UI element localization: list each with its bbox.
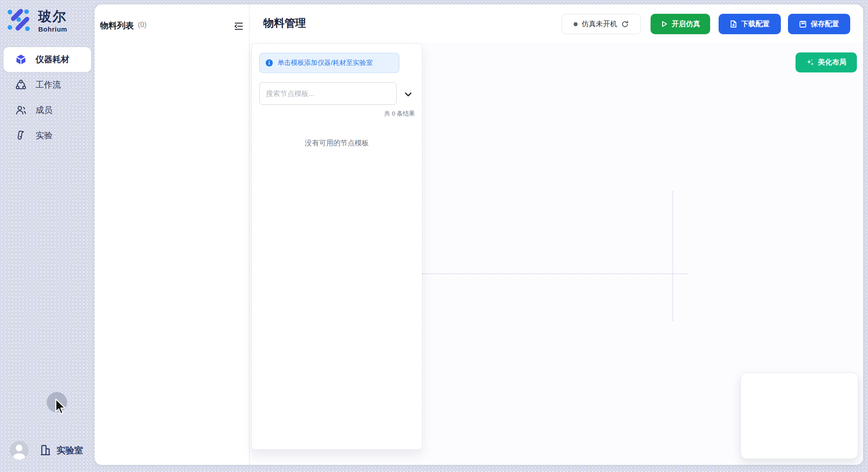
sidebar-item-experiment[interactable]: 实验 — [4, 123, 91, 148]
chevron-down-icon[interactable] — [403, 89, 413, 99]
download-config-button[interactable]: 下载配置 — [719, 14, 781, 34]
play-icon — [661, 20, 668, 28]
start-simulation-button[interactable]: 开启仿真 — [651, 14, 710, 34]
sidebar-item-label: 仪器耗材 — [36, 54, 69, 65]
members-icon — [15, 104, 27, 116]
search-input[interactable] — [259, 82, 397, 105]
lab-label: 实验室 — [56, 444, 83, 456]
sidebar-item-workflow[interactable]: 工作流 — [4, 72, 91, 97]
workflow-icon — [15, 79, 27, 91]
outdent-icon — [234, 22, 244, 31]
user-avatar[interactable] — [10, 441, 28, 460]
experiment-icon — [15, 130, 27, 141]
sim-status-pill[interactable]: 仿真未开机 — [562, 14, 641, 34]
brand-name-en: Bohrium — [38, 25, 67, 33]
node-template-panel: 单击模板添加仪器/耗材至实验室 共 0 条结果 没有可用的节点模板 — [251, 43, 422, 450]
material-list-count: (0) — [138, 21, 147, 29]
mouse-cursor — [55, 398, 66, 415]
sidebar-item-instruments[interactable]: 仪器耗材 — [4, 47, 91, 72]
status-dot-icon — [574, 22, 578, 26]
info-icon — [265, 59, 273, 67]
building-icon — [39, 444, 52, 456]
sidebar-item-label: 成员 — [36, 104, 52, 116]
sidebar-item-members[interactable]: 成员 — [4, 98, 91, 123]
minimap[interactable] — [740, 372, 858, 459]
hint-banner: 单击模板添加仪器/耗材至实验室 — [259, 53, 399, 73]
status-label: 仿真未开机 — [582, 20, 617, 29]
bohrium-logo-icon — [5, 5, 32, 32]
alignment-guide-vertical — [672, 191, 673, 321]
material-list-title: 物料列表 — [100, 20, 134, 32]
result-count: 共 0 条结果 — [384, 110, 415, 118]
lab-switcher[interactable]: 实验室 — [39, 444, 83, 456]
sidebar-nav: 仪器耗材 工作流 — [4, 47, 91, 148]
hint-text: 单击模板添加仪器/耗材至实验室 — [277, 59, 373, 67]
beautify-layout-button[interactable]: 美化布局 — [796, 52, 857, 72]
app: 玻尔 Bohrium 仪器耗材 — [0, 0, 868, 472]
sidebar-item-label: 实验 — [36, 130, 52, 141]
collapse-panel-button[interactable] — [233, 21, 244, 32]
sidebar-item-label: 工作流 — [36, 79, 61, 91]
empty-state-text: 没有可用的节点模板 — [252, 139, 422, 148]
brand-name-zh: 玻尔 — [38, 8, 67, 26]
refresh-icon[interactable] — [621, 20, 629, 28]
sparkles-icon — [806, 58, 815, 67]
page-title: 物料管理 — [263, 16, 306, 30]
save-config-button[interactable]: 保存配置 — [788, 14, 850, 34]
save-icon — [799, 20, 807, 28]
cube-icon — [15, 54, 27, 65]
alignment-guide-horizontal — [422, 273, 688, 274]
main-surface: 物料列表 (0) 物料管理 仿真未开机 开启仿真 — [95, 4, 863, 465]
file-download-icon — [730, 20, 737, 28]
